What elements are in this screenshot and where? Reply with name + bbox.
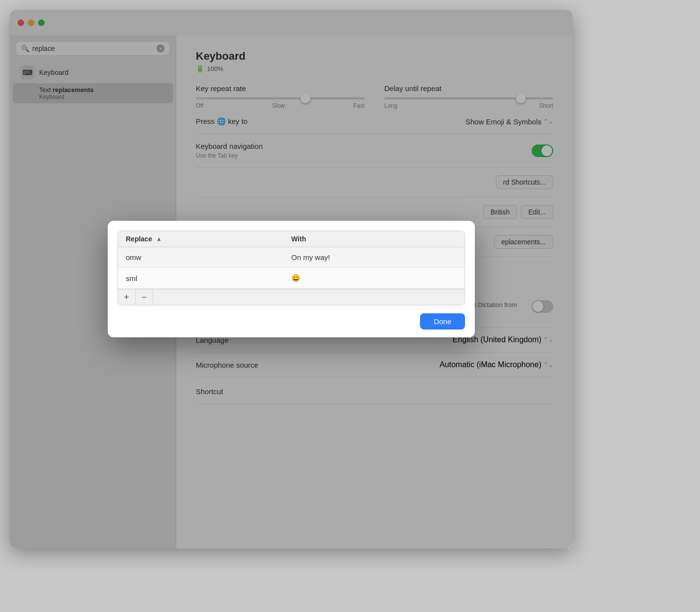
table-header-with: With [291, 235, 457, 243]
done-button[interactable]: Done [420, 313, 465, 330]
modal-overlay: Replace ▲ With omw On my way! sml 😀 [10, 10, 573, 548]
main-window: 🔍 ✕ ⌨ Keyboard Text replacements Keyboar… [10, 10, 573, 548]
table-row[interactable]: sml 😀 [118, 268, 465, 289]
text-replacements-modal: Replace ▲ With omw On my way! sml 😀 [108, 221, 475, 337]
modal-footer: Done [108, 306, 475, 337]
add-replacement-button[interactable]: + [118, 289, 136, 305]
sort-icon[interactable]: ▲ [156, 235, 162, 242]
remove-replacement-button[interactable]: − [136, 289, 153, 305]
table-row[interactable]: omw On my way! [118, 247, 465, 268]
table-header-replace: Replace ▲ [126, 235, 291, 243]
replace-cell-sml: sml [126, 274, 291, 282]
replace-cell-omw: omw [126, 253, 291, 261]
table-footer: + − [118, 289, 465, 305]
modal-body: Replace ▲ With omw On my way! sml 😀 [108, 221, 475, 306]
with-cell-omw: On my way! [291, 253, 457, 261]
replacements-table: Replace ▲ With omw On my way! sml 😀 [117, 231, 465, 306]
with-cell-sml: 😀 [291, 274, 457, 282]
replace-column-label: Replace [126, 235, 152, 243]
table-header: Replace ▲ With [118, 231, 465, 247]
